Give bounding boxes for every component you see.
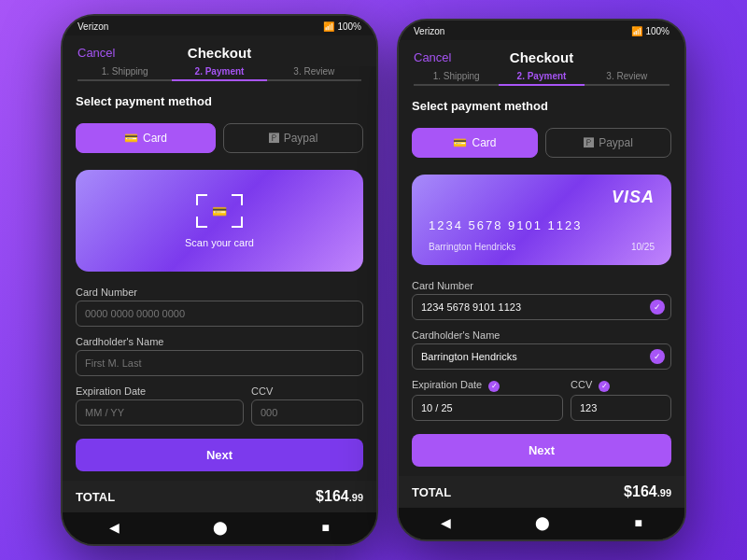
total-price-right: $164.99 (624, 483, 671, 500)
nav-bar-left: ◀ ⬤ ■ (63, 512, 376, 544)
carrier-left: Verizon (78, 21, 108, 32)
card-visual-left[interactable]: 💳 Scan your card (76, 170, 363, 272)
status-icons-left: 📶 100% (323, 21, 361, 32)
expiration-input-right[interactable] (412, 395, 563, 421)
step-review-right: 3. Review (585, 71, 669, 86)
payment-tabs-left: 💳 Card 🅿 Paypal (76, 123, 363, 153)
cancel-btn-left[interactable]: Cancel (78, 46, 115, 60)
battery-left: 100% (337, 21, 361, 32)
carrier-right: Verizon (414, 26, 444, 36)
total-label-right: TOTAL (412, 485, 451, 499)
ccv-input-right[interactable] (571, 395, 671, 421)
total-cents-left: .99 (349, 492, 363, 503)
exp-check-badge: ✓ (488, 381, 500, 392)
step-review-label-left: 3. Review (267, 66, 361, 79)
corner-tr (232, 194, 243, 205)
total-dollars-left: $164 (316, 488, 349, 504)
status-icons-right: 📶 100% (631, 26, 669, 36)
step-shipping-right: 1. Shipping (414, 71, 499, 86)
card-icon-left: 💳 (124, 132, 138, 145)
tab-paypal-label-right: Paypal (599, 136, 633, 149)
step-payment-label-right: 2. Payment (499, 71, 584, 84)
corner-br (232, 217, 243, 228)
right-phone: Verizon 📶 100% Cancel Checkout 1. Shippi… (397, 19, 686, 541)
step-payment-left: 2. Payment (172, 66, 266, 81)
scan-box-left: 💳 Scan your card (185, 194, 254, 248)
ccv-check-badge: ✓ (599, 381, 610, 392)
card-number-display-right: 1234 5678 9101 1123 (429, 218, 583, 232)
steps-right: 1. Shipping 2. Payment 3. Review (399, 71, 684, 90)
step-review-left: 3. Review (267, 66, 361, 81)
step-shipping-line-right (414, 84, 499, 86)
step-payment-line-left (172, 79, 266, 81)
card-number-label-right: Card Number (412, 280, 671, 291)
home-nav-right[interactable]: ⬤ (535, 515, 550, 530)
cardholder-label-left: Cardholder's Name (76, 336, 363, 347)
expiration-label-right: Expiration Date ✓ (412, 379, 563, 392)
expiration-group-left: Expiration Date (76, 385, 244, 426)
exp-ccv-row-right: Expiration Date ✓ CCV ✓ (412, 379, 671, 421)
card-number-group-right: Card Number ✓ (412, 280, 671, 320)
step-shipping-label-right: 1. Shipping (414, 71, 499, 84)
card-bottom-right: Barrington Hendricks 10/25 (429, 242, 655, 252)
expiration-group-right: Expiration Date ✓ (412, 379, 563, 421)
total-dollars-right: $164 (624, 483, 657, 499)
step-shipping-line-left (78, 79, 172, 81)
card-number-label-left: Card Number (76, 287, 363, 298)
home-nav-left[interactable]: ⬤ (213, 520, 228, 535)
tab-card-left[interactable]: 💳 Card (76, 123, 216, 153)
ccv-label-left: CCV (251, 385, 363, 397)
square-nav-left[interactable]: ■ (321, 520, 329, 535)
payment-tabs-right: 💳 Card 🅿 Paypal (412, 128, 671, 158)
corner-tl (196, 194, 207, 205)
tab-card-label-left: Card (143, 132, 167, 145)
card-number-row: 1234 5678 9101 1123 (429, 217, 655, 233)
square-nav-right[interactable]: ■ (634, 515, 641, 530)
cardholder-input-left[interactable] (76, 350, 363, 376)
total-cents-right: .99 (657, 487, 671, 498)
body-left: Select payment method 💳 Card 🅿 Paypal (63, 85, 376, 481)
step-payment-label-left: 2. Payment (172, 66, 266, 79)
back-nav-right[interactable]: ◀ (441, 515, 451, 530)
card-number-input-left[interactable] (76, 301, 363, 327)
cardholder-wrap-right: ✓ (412, 343, 671, 370)
next-btn-left[interactable]: Next (76, 439, 363, 471)
step-review-label-right: 3. Review (585, 71, 669, 84)
tab-paypal-left[interactable]: 🅿 Paypal (223, 123, 363, 153)
ccv-group-left: CCV (251, 385, 363, 426)
card-visual-right: VISA 1234 5678 9101 1123 Barrington Hend… (412, 175, 671, 265)
expiration-input-left[interactable] (76, 399, 244, 426)
tab-card-right[interactable]: 💳 Card (412, 128, 538, 158)
section-title-left: Select payment method (76, 94, 363, 108)
cardholder-group-right: Cardholder's Name ✓ (412, 329, 671, 370)
card-icon-right: 💳 (453, 136, 467, 149)
left-phone: Verizon 📶 100% Cancel Checkout 1. Shippi… (61, 14, 378, 546)
total-label-left: TOTAL (76, 490, 115, 504)
back-nav-left[interactable]: ◀ (109, 520, 120, 535)
paypal-icon-left: 🅿 (269, 133, 279, 144)
ccv-group-right: CCV ✓ (571, 379, 671, 421)
corner-bl (196, 217, 207, 228)
footer-left: TOTAL $164.99 (63, 481, 376, 512)
cancel-btn-right[interactable]: Cancel (414, 50, 451, 64)
tab-paypal-right[interactable]: 🅿 Paypal (545, 128, 671, 158)
card-number-input-right[interactable] (412, 294, 671, 320)
app-right: Cancel Checkout 1. Shipping 2. Payment 3… (399, 40, 684, 539)
title-right: Checkout (510, 49, 573, 65)
cardholder-group-left: Cardholder's Name (76, 336, 363, 376)
credit-card-scan-icon: 💳 (212, 203, 227, 217)
card-expiry-display-right: 10/25 (631, 242, 655, 252)
cardholder-input-right[interactable] (412, 343, 671, 370)
total-price-left: $164.99 (316, 488, 363, 505)
next-btn-right[interactable]: Next (412, 434, 671, 467)
steps-left: 1. Shipping 2. Payment 3. Review (63, 66, 376, 85)
ccv-input-left[interactable] (251, 399, 363, 426)
card-brand-right: VISA (612, 188, 655, 207)
cardholder-label-right: Cardholder's Name (412, 329, 671, 341)
step-payment-line-right (499, 84, 584, 86)
footer-right: TOTAL $164.99 (399, 476, 684, 508)
app-left: Cancel Checkout 1. Shipping 2. Payment 3… (63, 35, 376, 544)
step-review-line-right (585, 84, 669, 86)
step-shipping-left: 1. Shipping (78, 66, 172, 81)
card-number-wrap-right: ✓ (412, 294, 671, 320)
